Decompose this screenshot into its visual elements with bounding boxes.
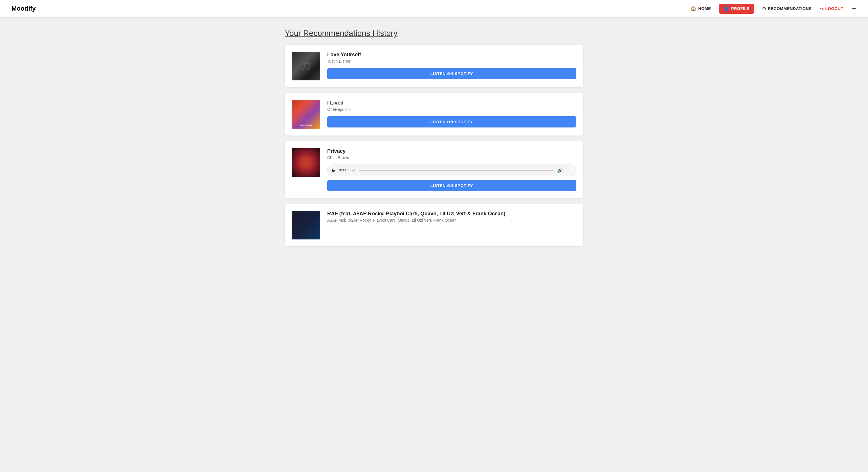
track-title-raf: RAF (feat. A$AP Rocky, Playboi Carti, Qu… [327,211,577,217]
spotify-button-privacy[interactable]: LISTEN ON SPOTIFY [327,180,577,191]
main-content: Your Recommendations History Love Yourse… [279,29,589,246]
track-title-i-lived: I Lived [327,100,577,106]
nav-recommendations-label: RECOMMENDATIONS [768,6,812,11]
track-artist-love-yourself: Justin Bieber [327,59,577,63]
page-title: Your Recommendations History [285,29,583,38]
more-button-privacy[interactable]: ⋮ [566,167,571,173]
nav-links: 🏠 HOME 👤 PROFILE ⊙ RECOMMENDATIONS ↪ LOG… [691,4,857,14]
nav-home-label: HOME [699,6,711,11]
track-details-love-yourself: Love Yourself Justin Bieber LISTEN ON SP… [327,52,577,79]
track-artist-i-lived: OneRepublic [327,107,577,112]
nav-profile-label: PROFILE [731,6,749,11]
nav-logout-label: LOGOUT [825,6,843,11]
play-button-privacy[interactable]: ▶ [332,168,336,173]
track-details-raf: RAF (feat. A$AP Rocky, Playboi Carti, Qu… [327,211,577,227]
nav-home[interactable]: 🏠 HOME [691,6,711,11]
track-artist-raf: A$AP Mob, A$AP Rocky, Playboi Carti, Qua… [327,218,577,223]
recommendations-icon: ⊙ [762,6,766,11]
brand-logo[interactable]: Moodify [11,5,36,12]
track-card-privacy: Privacy Chris Brown ▶ 0:00 / 0:29 🔊 ⋮ LI… [285,141,583,198]
track-card-i-lived: I Lived OneRepublic LISTEN ON SPOTIFY [285,93,583,136]
volume-button-privacy[interactable]: 🔊 [557,168,563,173]
track-card-love-yourself: Love Yourself Justin Bieber LISTEN ON SP… [285,45,583,87]
home-icon: 🏠 [691,6,696,11]
spotify-button-i-lived[interactable]: LISTEN ON SPOTIFY [327,116,577,127]
audio-player-privacy: ▶ 0:00 / 0:29 🔊 ⋮ [327,165,577,176]
track-details-privacy: Privacy Chris Brown ▶ 0:00 / 0:29 🔊 ⋮ LI… [327,148,577,191]
track-artwork-love-yourself [291,52,320,80]
track-title-privacy: Privacy [327,148,577,154]
nav-profile[interactable]: 👤 PROFILE [719,4,754,14]
nav-recommendations[interactable]: ⊙ RECOMMENDATIONS [762,6,811,11]
track-title-love-yourself: Love Yourself [327,52,577,58]
navbar: Moodify 🏠 HOME 👤 PROFILE ⊙ RECOMMENDATIO… [0,0,868,17]
track-artwork-privacy [291,148,320,177]
track-artwork-i-lived [291,100,320,129]
progress-bar-privacy[interactable] [359,170,554,171]
theme-toggle-button[interactable]: ☀ [851,5,857,12]
nav-logout[interactable]: ↪ LOGOUT [820,6,843,11]
track-card-raf: RAF (feat. A$AP Rocky, Playboi Carti, Qu… [285,204,583,246]
time-display-privacy: 0:00 / 0:29 [339,168,355,172]
track-details-i-lived: I Lived OneRepublic LISTEN ON SPOTIFY [327,100,577,127]
track-artist-privacy: Chris Brown [327,155,577,160]
logout-icon: ↪ [820,6,824,11]
track-artwork-raf [291,211,320,239]
spotify-button-love-yourself[interactable]: LISTEN ON SPOTIFY [327,68,577,79]
profile-icon: 👤 [724,6,730,11]
